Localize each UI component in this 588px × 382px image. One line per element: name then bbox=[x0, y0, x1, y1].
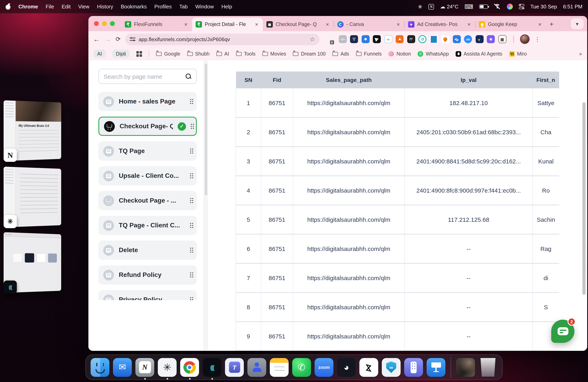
reload-button[interactable]: ⟳ bbox=[116, 36, 121, 43]
frame-icon[interactable] bbox=[430, 35, 438, 43]
url-text[interactable]: app.flexifunnels.com/projects/JxP606qv bbox=[139, 36, 306, 42]
new-tab-button[interactable]: + bbox=[546, 18, 557, 30]
sidebar-item-tq-page[interactable]: TQ Page bbox=[98, 141, 197, 161]
bookmark-chip-ai[interactable]: AI bbox=[94, 50, 105, 58]
drag-handle-icon[interactable] bbox=[190, 99, 193, 104]
sidebar-item-checkout-page[interactable]: Checkout Page - ... bbox=[98, 191, 197, 210]
bookmark-star-icon[interactable]: ☆ bbox=[310, 36, 315, 43]
sidebar-item-upsale-client-co[interactable]: Upsale - Client Co... bbox=[98, 166, 197, 185]
dock-remote-icon[interactable] bbox=[404, 358, 423, 377]
close-tab-icon[interactable]: ✕ bbox=[537, 21, 542, 28]
flame-icon[interactable] bbox=[441, 35, 449, 43]
drag-handle-icon[interactable] bbox=[190, 223, 193, 228]
sidebar-item-refund-policy[interactable]: Refund Policy bbox=[98, 265, 197, 285]
close-tab-icon[interactable]: ✕ bbox=[183, 21, 189, 28]
menu-profiles[interactable]: Profiles bbox=[154, 4, 172, 10]
siri-icon[interactable] bbox=[507, 4, 513, 10]
drag-handle-icon[interactable] bbox=[191, 124, 194, 129]
dock-whatsapp-icon[interactable]: ✆ bbox=[292, 358, 311, 377]
bookmark-folder-dream-100[interactable]: Dream 100 bbox=[293, 51, 326, 57]
menu-view[interactable]: View bbox=[78, 4, 89, 10]
weather-status[interactable]: ☁ 24°C bbox=[440, 4, 458, 10]
search-icon[interactable] bbox=[185, 73, 192, 79]
bookmark-miro[interactable]: Miro bbox=[509, 51, 527, 57]
bookmark-folder-ads[interactable]: Ads bbox=[332, 51, 349, 57]
close-tab-icon[interactable]: ✕ bbox=[396, 21, 401, 28]
menu-tab[interactable]: Tab bbox=[179, 4, 188, 10]
dock-teams-icon[interactable]: T bbox=[225, 358, 244, 377]
loop-icon[interactable]: ↺ bbox=[419, 35, 426, 43]
shield-icon[interactable]: ∞ bbox=[384, 35, 392, 43]
keyboard-icon[interactable]: ⌨ bbox=[464, 3, 473, 10]
dock-capcut-icon[interactable]: ⋈ bbox=[359, 358, 378, 377]
clipboard-icon[interactable]: ▣ bbox=[498, 35, 506, 43]
bookmark-apps-grid-icon[interactable] bbox=[136, 51, 142, 57]
dock-chatgpt-icon[interactable]: ✳ bbox=[158, 358, 177, 377]
window-zoom-button[interactable] bbox=[110, 21, 115, 26]
rocket-icon[interactable]: ▲ bbox=[475, 35, 483, 43]
drag-handle-icon[interactable] bbox=[190, 248, 193, 253]
chatgpt-window-thumbnail[interactable]: ✳ bbox=[4, 167, 68, 227]
menu-bookmarks[interactable]: Bookmarks bbox=[121, 4, 147, 10]
close-tab-icon[interactable]: ✕ bbox=[325, 21, 330, 28]
bookmarks-overflow-chevron[interactable]: » bbox=[579, 51, 582, 57]
snowflake-icon[interactable]: ✳ bbox=[487, 35, 495, 43]
dock-zoom-icon[interactable]: zoom bbox=[315, 358, 333, 377]
menu-window[interactable]: Window bbox=[195, 4, 214, 10]
dock-obs-icon[interactable]: ◕ bbox=[337, 358, 356, 377]
window-minimize-button[interactable] bbox=[102, 21, 107, 26]
menu-edit[interactable]: Edit bbox=[62, 4, 71, 10]
dock-trash-icon[interactable] bbox=[479, 358, 497, 377]
code-icon[interactable]: </> bbox=[339, 35, 347, 43]
dock-chrome-icon[interactable] bbox=[180, 358, 199, 377]
triangle-icon[interactable]: ▽ bbox=[350, 35, 358, 43]
tab-checkout-page-q[interactable]: ▦Checkout Page- Q✕ bbox=[263, 18, 334, 31]
notion-window-thumbnail[interactable]: My Ultimate Brain 3.0 N bbox=[4, 100, 68, 161]
bookmark-chip-dipti[interactable]: Dipti bbox=[112, 50, 130, 58]
dock-keynote-icon[interactable] bbox=[427, 358, 445, 377]
profile-avatar[interactable] bbox=[520, 34, 529, 44]
dock-notion-icon[interactable]: N bbox=[135, 358, 154, 377]
chatgpt-menubar-icon[interactable]: ✳ bbox=[418, 3, 422, 10]
sidebar-item-tq-page-client-c[interactable]: TQ Page - Client C... bbox=[98, 216, 197, 235]
dock-wave-icon[interactable]: ((( bbox=[203, 358, 221, 377]
page-scrollbar[interactable] bbox=[582, 102, 586, 295]
browser-window-thumbnail[interactable]: ((( bbox=[4, 232, 68, 293]
close-tab-icon[interactable]: ✕ bbox=[466, 21, 472, 28]
pin-icon[interactable] bbox=[396, 35, 404, 43]
tag-icon[interactable] bbox=[361, 35, 369, 43]
apple-icon[interactable] bbox=[6, 4, 11, 10]
close-tab-icon[interactable]: ✕ bbox=[254, 21, 259, 28]
tab-project-detail-fle[interactable]: ₹Project Detail - Fle✕ bbox=[192, 18, 263, 31]
tab-ad-creatives-pos[interactable]: ♥Ad Creatives- Pos✕ bbox=[404, 18, 475, 31]
sidebar-item-home-sales-page[interactable]: Home - sales Page bbox=[98, 92, 197, 111]
resize-icon[interactable]: ⇄ bbox=[453, 35, 461, 43]
tab-flexifunnels[interactable]: ₹FlexiFunnels✕ bbox=[121, 18, 192, 31]
extension-with-badge[interactable]: 6 bbox=[324, 35, 333, 43]
menu-history[interactable]: History bbox=[97, 4, 113, 10]
bookmark-folder-shubh[interactable]: Shubh bbox=[187, 51, 210, 57]
menu-file[interactable]: File bbox=[46, 4, 54, 10]
dock-downloads-icon[interactable] bbox=[456, 358, 475, 377]
chrome-menu-icon[interactable]: ⋮ bbox=[535, 36, 540, 42]
tab-google-keep[interactable]: Google Keep✕ bbox=[475, 18, 546, 31]
tab-canva[interactable]: C- Canva✕ bbox=[334, 18, 404, 31]
tab-search-chevron-icon[interactable]: ▼ bbox=[571, 18, 584, 29]
search-input[interactable]: Search by page name bbox=[98, 69, 197, 84]
drag-handle-icon[interactable] bbox=[190, 149, 193, 154]
notion-menubar-icon[interactable]: N bbox=[428, 4, 434, 9]
sidebar-scrollbar[interactable] bbox=[204, 60, 208, 351]
bookmark-folder-movies[interactable]: Movies bbox=[262, 51, 286, 57]
zoomext-icon[interactable]: zm bbox=[464, 35, 472, 43]
menu-help[interactable]: Help bbox=[221, 4, 232, 10]
address-bar[interactable]: app.flexifunnels.com/projects/JxP606qv ☆ bbox=[125, 33, 319, 45]
back-button[interactable]: ← bbox=[93, 36, 100, 42]
drag-handle-icon[interactable] bbox=[190, 272, 193, 278]
sidebar-item-privacy-policy[interactable]: Privacy Policy bbox=[98, 290, 197, 300]
dock-notes-icon[interactable] bbox=[270, 358, 289, 377]
bookmark-whatsapp[interactable]: ✆WhatsApp bbox=[418, 51, 449, 57]
battery-icon[interactable] bbox=[479, 4, 488, 9]
menu-bar-date[interactable]: Tue 30 Sep bbox=[530, 4, 557, 10]
sidebar-item-delete[interactable]: Delete bbox=[98, 241, 197, 260]
menu-bar-time[interactable]: 6:51 PM bbox=[563, 4, 582, 10]
